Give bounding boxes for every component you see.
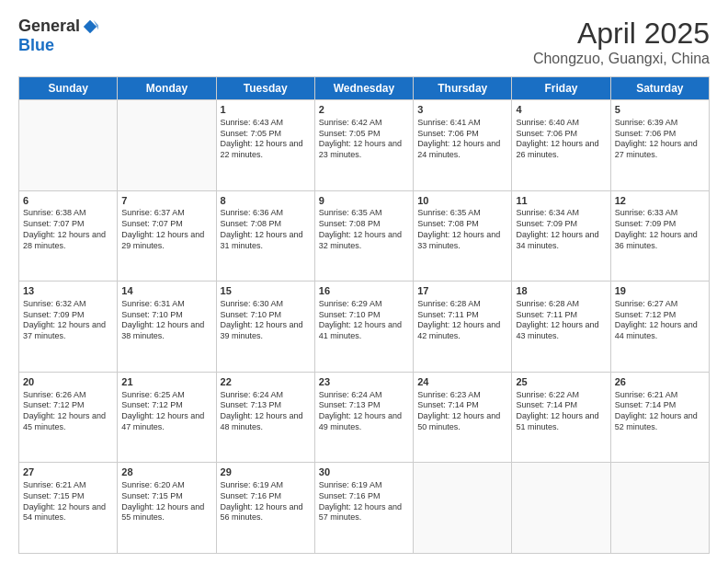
- calendar-header-row: Sunday Monday Tuesday Wednesday Thursday…: [19, 77, 710, 100]
- day-info: Sunrise: 6:31 AM Sunset: 7:10 PM Dayligh…: [121, 299, 211, 342]
- day-info: Sunrise: 6:24 AM Sunset: 7:13 PM Dayligh…: [319, 390, 409, 433]
- day-number: 3: [417, 103, 507, 117]
- day-info: Sunrise: 6:37 AM Sunset: 7:07 PM Dayligh…: [121, 208, 211, 251]
- day-number: 22: [221, 375, 311, 389]
- day-number: 15: [221, 284, 311, 298]
- calendar-cell: 14Sunrise: 6:31 AM Sunset: 7:10 PM Dayli…: [118, 282, 216, 373]
- day-info: Sunrise: 6:19 AM Sunset: 7:16 PM Dayligh…: [319, 480, 409, 523]
- day-number: 28: [121, 465, 211, 479]
- calendar-cell: 5Sunrise: 6:39 AM Sunset: 7:06 PM Daylig…: [610, 100, 709, 191]
- calendar-cell: 28Sunrise: 6:20 AM Sunset: 7:15 PM Dayli…: [118, 463, 216, 554]
- calendar-cell: 20Sunrise: 6:26 AM Sunset: 7:12 PM Dayli…: [19, 372, 118, 463]
- calendar-cell: 23Sunrise: 6:24 AM Sunset: 7:13 PM Dayli…: [314, 372, 413, 463]
- day-number: 27: [23, 465, 113, 479]
- calendar-cell: [414, 463, 512, 554]
- day-info: Sunrise: 6:30 AM Sunset: 7:10 PM Dayligh…: [221, 299, 311, 342]
- calendar-cell: 3Sunrise: 6:41 AM Sunset: 7:06 PM Daylig…: [414, 100, 512, 191]
- col-monday: Monday: [118, 77, 216, 100]
- col-tuesday: Tuesday: [216, 77, 314, 100]
- day-info: Sunrise: 6:28 AM Sunset: 7:11 PM Dayligh…: [417, 299, 507, 342]
- calendar-cell: 13Sunrise: 6:32 AM Sunset: 7:09 PM Dayli…: [19, 282, 118, 373]
- day-number: 21: [121, 375, 211, 389]
- day-number: 6: [23, 194, 113, 208]
- calendar-cell: 15Sunrise: 6:30 AM Sunset: 7:10 PM Dayli…: [216, 282, 314, 373]
- calendar-cell: 7Sunrise: 6:37 AM Sunset: 7:07 PM Daylig…: [118, 190, 216, 282]
- day-info: Sunrise: 6:26 AM Sunset: 7:12 PM Dayligh…: [23, 390, 113, 433]
- day-number: 25: [516, 375, 606, 389]
- calendar-cell: 25Sunrise: 6:22 AM Sunset: 7:14 PM Dayli…: [512, 372, 610, 463]
- day-info: Sunrise: 6:21 AM Sunset: 7:14 PM Dayligh…: [615, 390, 705, 433]
- day-number: 29: [221, 465, 311, 479]
- day-info: Sunrise: 6:29 AM Sunset: 7:10 PM Dayligh…: [319, 299, 409, 342]
- day-number: 7: [121, 194, 211, 208]
- day-info: Sunrise: 6:21 AM Sunset: 7:15 PM Dayligh…: [23, 480, 113, 523]
- day-number: 10: [417, 194, 507, 208]
- calendar-cell: 22Sunrise: 6:24 AM Sunset: 7:13 PM Dayli…: [216, 372, 314, 463]
- day-info: Sunrise: 6:35 AM Sunset: 7:08 PM Dayligh…: [319, 208, 409, 251]
- title-section: April 2025 Chongzuo, Guangxi, China: [533, 17, 710, 67]
- day-number: 18: [516, 284, 606, 298]
- calendar-cell: 19Sunrise: 6:27 AM Sunset: 7:12 PM Dayli…: [610, 282, 709, 373]
- day-info: Sunrise: 6:39 AM Sunset: 7:06 PM Dayligh…: [615, 118, 705, 161]
- location-title: Chongzuo, Guangxi, China: [533, 51, 710, 67]
- day-number: 16: [319, 284, 409, 298]
- day-number: 26: [615, 375, 705, 389]
- day-info: Sunrise: 6:41 AM Sunset: 7:06 PM Dayligh…: [417, 118, 507, 161]
- calendar-row-1: 6Sunrise: 6:38 AM Sunset: 7:07 PM Daylig…: [19, 190, 710, 282]
- calendar-cell: [512, 463, 610, 554]
- day-info: Sunrise: 6:32 AM Sunset: 7:09 PM Dayligh…: [23, 299, 113, 342]
- col-thursday: Thursday: [414, 77, 512, 100]
- calendar-row-0: 1Sunrise: 6:43 AM Sunset: 7:05 PM Daylig…: [19, 100, 710, 191]
- calendar-cell: 8Sunrise: 6:36 AM Sunset: 7:08 PM Daylig…: [216, 190, 314, 282]
- calendar-cell: 4Sunrise: 6:40 AM Sunset: 7:06 PM Daylig…: [512, 100, 610, 191]
- day-info: Sunrise: 6:35 AM Sunset: 7:08 PM Dayligh…: [417, 208, 507, 251]
- day-number: 17: [417, 284, 507, 298]
- logo-blue-text: Blue: [18, 36, 54, 55]
- day-number: 2: [319, 103, 409, 117]
- day-number: 12: [615, 194, 705, 208]
- day-number: 11: [516, 194, 606, 208]
- day-info: Sunrise: 6:19 AM Sunset: 7:16 PM Dayligh…: [221, 480, 311, 523]
- calendar-cell: 2Sunrise: 6:42 AM Sunset: 7:05 PM Daylig…: [314, 100, 413, 191]
- day-info: Sunrise: 6:28 AM Sunset: 7:11 PM Dayligh…: [516, 299, 606, 342]
- day-number: 1: [221, 103, 311, 117]
- calendar-row-2: 13Sunrise: 6:32 AM Sunset: 7:09 PM Dayli…: [19, 282, 710, 373]
- calendar-cell: 29Sunrise: 6:19 AM Sunset: 7:16 PM Dayli…: [216, 463, 314, 554]
- month-title: April 2025: [533, 17, 710, 51]
- day-number: 8: [221, 194, 311, 208]
- calendar-cell: 1Sunrise: 6:43 AM Sunset: 7:05 PM Daylig…: [216, 100, 314, 191]
- day-info: Sunrise: 6:23 AM Sunset: 7:14 PM Dayligh…: [417, 390, 507, 433]
- day-info: Sunrise: 6:22 AM Sunset: 7:14 PM Dayligh…: [516, 390, 606, 433]
- day-number: 14: [121, 284, 211, 298]
- calendar-row-4: 27Sunrise: 6:21 AM Sunset: 7:15 PM Dayli…: [19, 463, 710, 554]
- day-number: 30: [319, 465, 409, 479]
- calendar-cell: 12Sunrise: 6:33 AM Sunset: 7:09 PM Dayli…: [610, 190, 709, 282]
- day-info: Sunrise: 6:38 AM Sunset: 7:07 PM Dayligh…: [23, 208, 113, 251]
- day-info: Sunrise: 6:34 AM Sunset: 7:09 PM Dayligh…: [516, 208, 606, 251]
- logo-icon: [82, 18, 98, 35]
- calendar-cell: [610, 463, 709, 554]
- calendar-table: Sunday Monday Tuesday Wednesday Thursday…: [18, 76, 710, 554]
- col-sunday: Sunday: [19, 77, 118, 100]
- calendar-cell: 9Sunrise: 6:35 AM Sunset: 7:08 PM Daylig…: [314, 190, 413, 282]
- day-number: 4: [516, 103, 606, 117]
- logo-general-text: General: [18, 17, 80, 36]
- day-number: 13: [23, 284, 113, 298]
- calendar-cell: 30Sunrise: 6:19 AM Sunset: 7:16 PM Dayli…: [314, 463, 413, 554]
- day-info: Sunrise: 6:43 AM Sunset: 7:05 PM Dayligh…: [221, 118, 311, 161]
- col-saturday: Saturday: [610, 77, 709, 100]
- calendar-cell: 18Sunrise: 6:28 AM Sunset: 7:11 PM Dayli…: [512, 282, 610, 373]
- day-info: Sunrise: 6:24 AM Sunset: 7:13 PM Dayligh…: [221, 390, 311, 433]
- calendar-row-3: 20Sunrise: 6:26 AM Sunset: 7:12 PM Dayli…: [19, 372, 710, 463]
- day-number: 23: [319, 375, 409, 389]
- calendar-cell: 21Sunrise: 6:25 AM Sunset: 7:12 PM Dayli…: [118, 372, 216, 463]
- day-info: Sunrise: 6:25 AM Sunset: 7:12 PM Dayligh…: [121, 390, 211, 433]
- day-info: Sunrise: 6:40 AM Sunset: 7:06 PM Dayligh…: [516, 118, 606, 161]
- day-info: Sunrise: 6:42 AM Sunset: 7:05 PM Dayligh…: [319, 118, 409, 161]
- day-number: 5: [615, 103, 705, 117]
- day-info: Sunrise: 6:33 AM Sunset: 7:09 PM Dayligh…: [615, 208, 705, 251]
- day-number: 19: [615, 284, 705, 298]
- calendar-cell: 16Sunrise: 6:29 AM Sunset: 7:10 PM Dayli…: [314, 282, 413, 373]
- calendar-cell: 10Sunrise: 6:35 AM Sunset: 7:08 PM Dayli…: [414, 190, 512, 282]
- day-number: 9: [319, 194, 409, 208]
